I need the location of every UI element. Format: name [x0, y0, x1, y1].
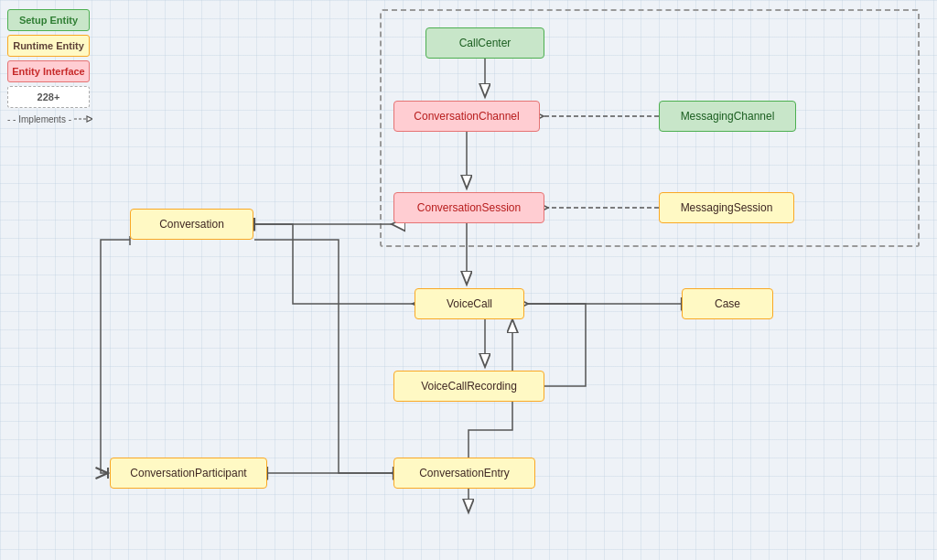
messaging-session-label: MessagingSession	[681, 201, 773, 214]
conversation-channel-label: ConversationChannel	[414, 110, 519, 123]
messaging-channel-label: MessagingChannel	[681, 110, 775, 123]
legend-interface-box: Entity Interface	[7, 60, 90, 82]
conversation-session-label: ConversationSession	[417, 201, 521, 214]
voice-call-entity[interactable]: VoiceCall	[415, 288, 524, 319]
conversation-entry-label: ConversationEntry	[419, 467, 510, 479]
legend-runtime: Runtime Entity	[7, 35, 92, 57]
legend-count-box: 228+	[7, 86, 90, 108]
case-label: Case	[715, 297, 740, 310]
conversation-session-entity[interactable]: ConversationSession	[393, 192, 544, 223]
voice-call-label: VoiceCall	[447, 297, 492, 310]
implements-label: - - Implements -	[7, 114, 71, 124]
diagram-canvas: Setup Entity Runtime Entity Entity Inter…	[0, 0, 937, 560]
conversation-channel-entity[interactable]: ConversationChannel	[393, 101, 540, 132]
voice-call-recording-entity[interactable]: VoiceCallRecording	[393, 371, 544, 402]
legend-implements: - - Implements -	[7, 113, 92, 124]
conversation-entity[interactable]: Conversation	[130, 209, 253, 240]
implements-arrow-icon	[74, 113, 92, 124]
conversation-participant-label: ConversationParticipant	[130, 467, 246, 479]
conversation-entry-entity[interactable]: ConversationEntry	[393, 458, 535, 489]
legend-count: 228+	[7, 86, 92, 108]
voice-call-recording-label: VoiceCallRecording	[421, 380, 517, 393]
legend: Setup Entity Runtime Entity Entity Inter…	[7, 9, 92, 124]
callcenter-entity[interactable]: CallCenter	[425, 27, 544, 59]
conversation-participant-entity[interactable]: ConversationParticipant	[110, 458, 267, 489]
legend-runtime-box: Runtime Entity	[7, 35, 90, 57]
messaging-session-entity[interactable]: MessagingSession	[659, 192, 794, 223]
legend-setup: Setup Entity	[7, 9, 92, 31]
legend-interface: Entity Interface	[7, 60, 92, 82]
svg-marker-1	[87, 116, 92, 122]
callcenter-label: CallCenter	[459, 37, 512, 49]
legend-setup-box: Setup Entity	[7, 9, 90, 31]
case-entity[interactable]: Case	[682, 288, 773, 319]
messaging-channel-entity[interactable]: MessagingChannel	[659, 101, 796, 132]
conversation-label: Conversation	[159, 218, 224, 231]
